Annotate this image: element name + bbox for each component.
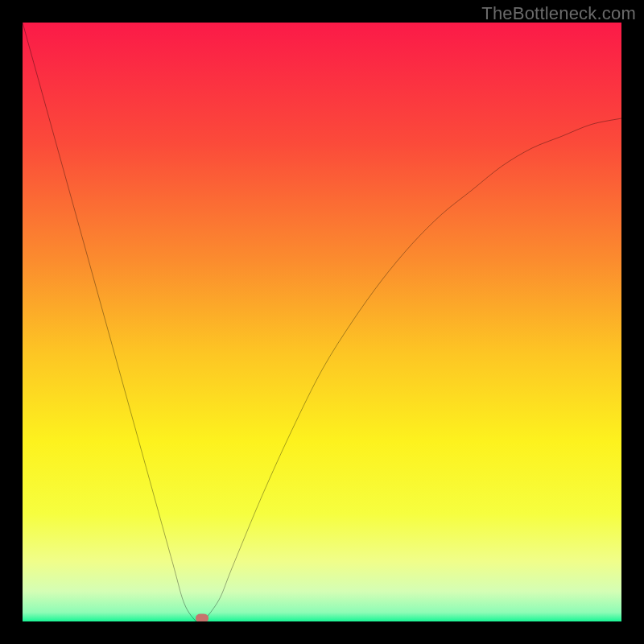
optimal-point-marker [196,613,208,621]
chart-frame: TheBottleneck.com [0,0,644,644]
bottleneck-curve [23,23,621,621]
plot-area [23,23,621,621]
attribution-watermark: TheBottleneck.com [481,3,636,24]
